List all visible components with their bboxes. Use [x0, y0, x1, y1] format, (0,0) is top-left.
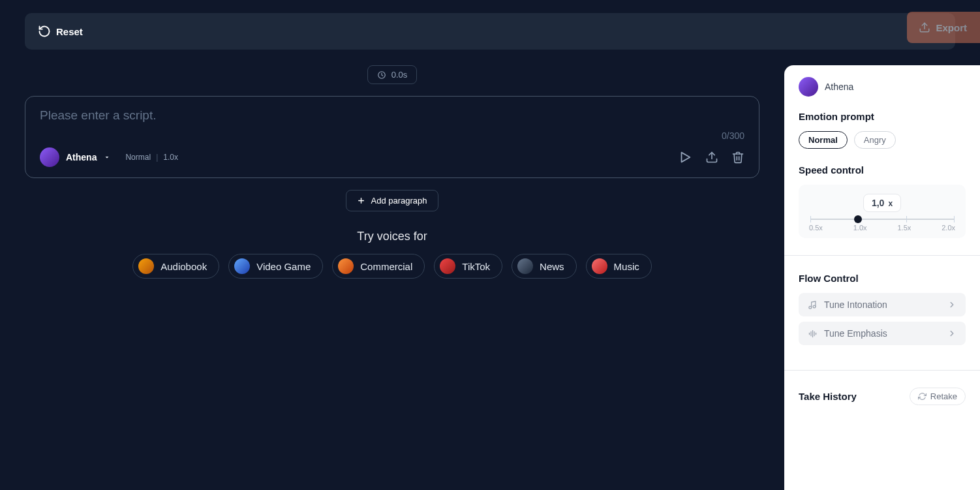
emotion-pill-angry[interactable]: Angry	[854, 131, 896, 149]
voice-chip-music[interactable]: Music	[586, 254, 652, 279]
slider-labels: 0.5x 1.0x 1.5x 2.0x	[809, 224, 955, 232]
script-input[interactable]: Please enter a script.	[40, 108, 744, 123]
add-paragraph-label: Add paragraph	[371, 196, 427, 206]
svg-point-7	[813, 305, 816, 308]
flow-item-label: Tune Emphasis	[824, 328, 887, 339]
play-button[interactable]	[678, 150, 692, 164]
delete-button[interactable]	[731, 151, 744, 164]
voice-chip-video-game[interactable]: Video Game	[228, 254, 323, 279]
svg-marker-2	[682, 153, 690, 162]
flow-item-intonation[interactable]: Tune Intonation	[799, 293, 966, 316]
voice-meta: Normal | 1.0x	[125, 153, 177, 162]
speed-badge: 1,0 x	[863, 194, 901, 212]
voice-chip-news[interactable]: News	[512, 254, 577, 279]
export-label: Export	[936, 22, 967, 33]
emotion-section-title: Emotion prompt	[799, 111, 966, 122]
emotion-pills: Normal Angry	[799, 131, 966, 149]
main-area: 0.0s Please enter a script. 0/300 Athena…	[25, 65, 759, 279]
chevron-right-icon	[947, 300, 957, 309]
take-history-row: Take History Retake	[799, 388, 966, 405]
slider-tick	[810, 216, 811, 222]
emotion-label: Normal	[808, 135, 838, 145]
voice-name-label: Athena	[66, 152, 97, 162]
voice-chip-audiobook[interactable]: Audiobook	[132, 254, 219, 279]
svg-point-6	[809, 306, 812, 309]
emotion-label: Angry	[864, 135, 886, 145]
chip-label: Commercial	[360, 261, 412, 272]
speed-suffix: x	[888, 199, 893, 208]
speed-slider[interactable]	[810, 219, 954, 220]
voice-chip-tiktok[interactable]: TikTok	[434, 254, 502, 279]
upload-icon	[919, 22, 930, 33]
chip-label: Video Game	[256, 261, 311, 272]
export-button[interactable]: Export	[907, 12, 980, 43]
chip-avatar	[440, 258, 455, 274]
chip-avatar	[338, 258, 354, 274]
sidepanel-voice-name: Athena	[825, 82, 853, 92]
divider	[784, 255, 980, 256]
reset-icon	[38, 25, 51, 38]
flow-container: Tune Intonation Tune Emphasis	[799, 293, 966, 353]
duration-pill[interactable]: 0.0s	[367, 65, 418, 84]
voice-selector[interactable]: Athena Normal | 1.0x	[40, 147, 178, 167]
chip-label: Audiobook	[161, 261, 207, 272]
emotion-pill-normal[interactable]: Normal	[799, 131, 848, 149]
chip-avatar	[234, 258, 250, 274]
waveform-icon	[808, 329, 818, 339]
chip-label: News	[540, 261, 564, 272]
retake-label: Retake	[930, 391, 957, 401]
slider-tick	[906, 216, 907, 222]
topbar: Reset Export	[25, 13, 955, 50]
slider-label: 0.5x	[809, 224, 823, 232]
slider-label: 2.0x	[942, 224, 955, 232]
refresh-icon	[918, 392, 926, 401]
note-icon	[808, 300, 818, 310]
plus-icon	[357, 196, 365, 205]
chip-label: Music	[614, 261, 639, 272]
sidepanel-avatar	[799, 77, 818, 97]
script-box: Please enter a script. 0/300 Athena Norm…	[25, 96, 759, 178]
try-voices-title: Try voices for	[25, 230, 759, 243]
char-count: 0/300	[40, 130, 744, 141]
chip-avatar	[592, 258, 607, 274]
speed-box: 1,0 x 0.5x 1.0x 1.5x 2.0x	[799, 185, 966, 238]
script-actions	[678, 150, 744, 164]
divider	[784, 370, 980, 371]
slider-label: 1.5x	[897, 224, 911, 232]
speed-value: 1,0	[872, 198, 884, 208]
chevron-down-icon	[103, 153, 111, 161]
reset-label: Reset	[56, 26, 83, 37]
sidepanel-header: Athena	[799, 77, 966, 97]
separator: |	[156, 153, 158, 162]
reset-button[interactable]: Reset	[38, 25, 83, 38]
script-footer: Athena Normal | 1.0x	[40, 147, 744, 167]
retake-button[interactable]: Retake	[910, 388, 966, 405]
duration-value: 0.0s	[391, 70, 408, 80]
chip-label: TikTok	[462, 261, 490, 272]
flow-section-title: Flow Control	[799, 273, 966, 284]
voice-emotion: Normal	[125, 153, 151, 162]
side-panel: Athena Emotion prompt Normal Angry Speed…	[784, 65, 980, 490]
chip-avatar	[138, 258, 154, 274]
voice-chips: Audiobook Video Game Commercial TikTok N…	[25, 254, 759, 279]
voice-chip-commercial[interactable]: Commercial	[332, 254, 425, 279]
share-button[interactable]	[705, 151, 718, 164]
take-history-title: Take History	[799, 391, 857, 402]
voice-avatar	[40, 147, 59, 167]
chip-avatar	[517, 258, 533, 274]
flow-item-label: Tune Intonation	[824, 299, 887, 310]
clock-icon	[377, 70, 386, 80]
slider-label: 1.0x	[853, 224, 867, 232]
speed-section-title: Speed control	[799, 164, 966, 176]
chevron-right-icon	[947, 329, 957, 338]
add-paragraph-button[interactable]: Add paragraph	[346, 190, 438, 211]
voice-speed: 1.0x	[163, 153, 178, 162]
slider-tick	[954, 216, 955, 222]
flow-item-emphasis[interactable]: Tune Emphasis	[799, 322, 966, 345]
slider-thumb[interactable]	[854, 215, 862, 223]
